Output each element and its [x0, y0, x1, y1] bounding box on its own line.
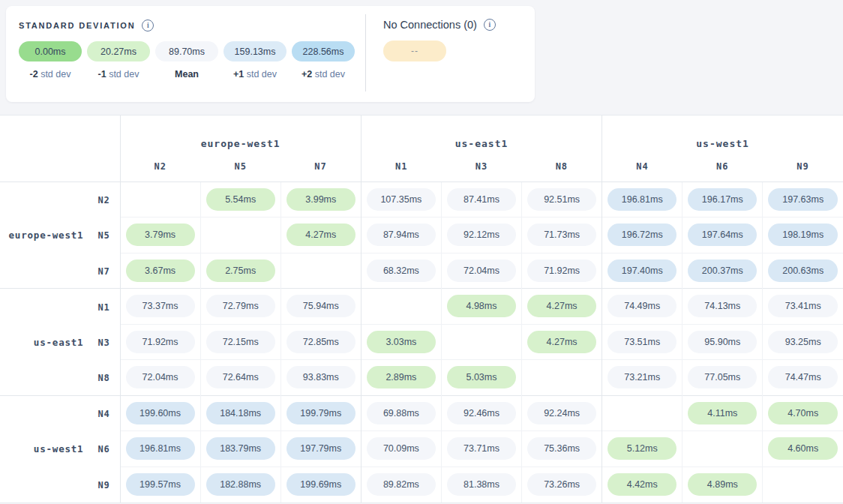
latency-pill[interactable]: 200.63ms — [768, 260, 838, 282]
latency-pill[interactable]: 4.70ms — [768, 402, 838, 424]
latency-pill[interactable]: 197.64ms — [688, 224, 757, 246]
matrix-cell: 92.12ms — [441, 218, 521, 254]
row-header: N4 — [0, 395, 120, 431]
latency-pill[interactable]: 3.99ms — [286, 188, 356, 211]
latency-pill[interactable]: 69.88ms — [367, 402, 436, 424]
latency-pill[interactable]: 183.79ms — [206, 437, 275, 460]
latency-pill[interactable]: 2.89ms — [367, 366, 436, 388]
latency-pill[interactable]: 92.12ms — [447, 224, 516, 246]
latency-pill[interactable]: 72.64ms — [206, 366, 275, 388]
latency-pill[interactable]: 3.79ms — [126, 224, 195, 246]
legend-pills: 0.00ms20.27ms89.70ms159.13ms228.56ms — [19, 41, 365, 62]
latency-pill[interactable]: 2.75ms — [206, 260, 275, 282]
matrix-cell: 68.32ms — [361, 253, 441, 289]
latency-pill[interactable]: 5.12ms — [608, 437, 676, 460]
latency-pill[interactable]: 4.11ms — [688, 402, 757, 424]
latency-pill[interactable]: 197.40ms — [608, 260, 676, 282]
latency-pill[interactable]: 81.38ms — [447, 473, 516, 496]
latency-pill[interactable]: 87.41ms — [447, 188, 516, 211]
latency-pill[interactable]: 5.03ms — [447, 366, 516, 388]
matrix-cell: 4.27ms — [280, 218, 361, 254]
latency-pill[interactable]: 199.79ms — [286, 402, 356, 424]
row-region-label: us-west1 — [34, 443, 84, 454]
latency-pill[interactable]: 72.15ms — [206, 331, 275, 353]
latency-pill[interactable]: 4.27ms — [527, 295, 596, 317]
latency-pill[interactable]: 4.27ms — [286, 224, 356, 246]
legend-stop-label: +2 std dev — [292, 69, 355, 80]
latency-pill[interactable]: 4.42ms — [608, 473, 676, 496]
column-group-region: europe-west1 — [120, 116, 361, 152]
latency-pill[interactable]: 73.71ms — [447, 437, 516, 460]
latency-pill[interactable]: 196.72ms — [608, 224, 676, 246]
latency-pill[interactable]: 73.41ms — [768, 295, 838, 317]
latency-pill[interactable]: 87.94ms — [367, 224, 436, 246]
latency-pill[interactable]: 197.79ms — [286, 437, 356, 460]
latency-pill[interactable]: 72.04ms — [126, 366, 195, 388]
latency-pill[interactable]: 107.35ms — [367, 188, 436, 211]
latency-pill[interactable]: 70.09ms — [367, 437, 436, 460]
latency-pill[interactable]: 196.81ms — [126, 437, 195, 460]
latency-pill[interactable]: 93.83ms — [286, 366, 356, 388]
latency-pill[interactable]: 184.18ms — [206, 402, 275, 424]
matrix-cell: 197.64ms — [682, 218, 763, 254]
latency-pill[interactable]: 92.46ms — [447, 402, 516, 424]
matrix-cell: 199.79ms — [280, 395, 361, 431]
latency-pill[interactable]: 73.37ms — [126, 295, 195, 317]
info-icon[interactable]: i — [484, 19, 496, 31]
latency-pill[interactable]: 75.94ms — [286, 295, 356, 317]
latency-pill[interactable]: 71.73ms — [527, 224, 596, 246]
matrix-cell: 89.82ms — [361, 466, 441, 502]
legend-stop-label: +1 std dev — [224, 69, 286, 80]
latency-pill[interactable]: 95.90ms — [688, 331, 757, 353]
latency-pill[interactable]: 74.13ms — [688, 295, 757, 317]
latency-pill[interactable]: 197.63ms — [768, 188, 838, 211]
latency-pill[interactable]: 3.67ms — [126, 260, 195, 282]
latency-pill[interactable]: 5.54ms — [206, 188, 275, 211]
latency-pill[interactable]: 68.32ms — [367, 260, 436, 282]
latency-pill[interactable]: 199.60ms — [126, 402, 195, 424]
latency-pill[interactable]: 73.21ms — [608, 366, 676, 388]
latency-pill[interactable]: 73.26ms — [527, 473, 596, 496]
latency-pill[interactable]: 196.17ms — [688, 188, 757, 211]
legend-pill--1: 20.27ms — [87, 41, 150, 62]
latency-pill[interactable]: 73.51ms — [608, 331, 676, 353]
latency-pill[interactable]: 4.98ms — [447, 295, 516, 317]
latency-pill[interactable]: 199.69ms — [286, 473, 356, 496]
latency-pill[interactable]: 89.82ms — [367, 473, 436, 496]
latency-pill[interactable]: 4.89ms — [688, 473, 757, 496]
column-group-region: us-west1 — [602, 116, 843, 152]
latency-pill[interactable]: 4.60ms — [768, 437, 838, 460]
legend-pill--2: 0.00ms — [19, 41, 82, 62]
latency-pill[interactable]: 92.51ms — [527, 188, 596, 211]
latency-pill[interactable]: 200.37ms — [688, 260, 757, 282]
latency-pill[interactable]: 74.49ms — [608, 295, 676, 317]
matrix-cell: 92.46ms — [441, 395, 521, 431]
matrix-cell: 72.64ms — [200, 360, 280, 396]
latency-pill[interactable]: 182.88ms — [206, 473, 275, 496]
legend-labels: -2 std dev-1 std devMean+1 std dev+2 std… — [19, 69, 365, 80]
matrix-cell: 92.24ms — [522, 395, 602, 431]
latency-pill[interactable]: 3.03ms — [367, 331, 436, 353]
row-header: N7 — [0, 253, 120, 289]
latency-pill[interactable]: 72.85ms — [286, 331, 356, 353]
latency-pill[interactable]: 71.92ms — [126, 331, 195, 353]
info-icon[interactable]: i — [142, 20, 154, 32]
latency-pill[interactable]: 196.81ms — [608, 188, 676, 211]
latency-pill[interactable]: 72.79ms — [206, 295, 275, 317]
matrix-cell: 184.18ms — [200, 395, 280, 431]
latency-pill[interactable]: 77.05ms — [688, 366, 757, 388]
latency-pill[interactable]: 72.04ms — [447, 260, 516, 282]
latency-pill[interactable]: 75.36ms — [527, 437, 596, 460]
latency-pill[interactable]: 74.47ms — [768, 366, 838, 388]
matrix-cell: 200.37ms — [682, 253, 763, 289]
legend-stop-label: -2 std dev — [19, 69, 82, 80]
latency-pill[interactable]: 92.24ms — [527, 402, 596, 424]
matrix-cell: 74.49ms — [602, 289, 682, 325]
latency-pill[interactable]: 199.57ms — [126, 473, 195, 496]
latency-pill[interactable]: 198.19ms — [768, 224, 838, 246]
latency-pill[interactable]: 71.92ms — [527, 260, 596, 282]
matrix-cell: 95.90ms — [682, 324, 763, 360]
latency-pill[interactable]: 4.27ms — [527, 331, 596, 353]
matrix-cell: 200.63ms — [763, 253, 843, 289]
latency-pill[interactable]: 93.25ms — [768, 331, 838, 353]
